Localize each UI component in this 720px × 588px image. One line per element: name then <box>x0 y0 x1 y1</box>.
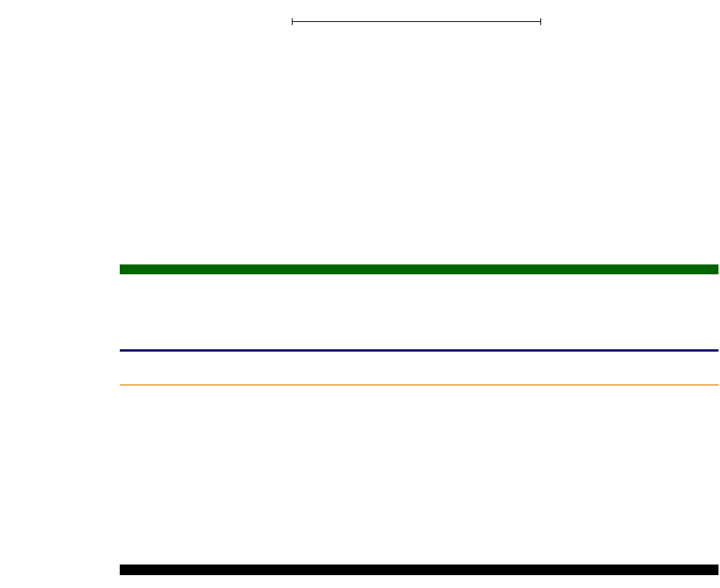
refseq-title <box>120 195 718 205</box>
window-position-label <box>0 1 115 11</box>
chrom-label <box>0 27 115 37</box>
genome-browser-view <box>0 0 720 588</box>
scale-bar-right-tick <box>540 18 541 25</box>
dbsnp-label[interactable] <box>0 289 115 299</box>
gtex-title <box>120 302 718 311</box>
scale-label <box>0 14 115 24</box>
repeatmasker-bar[interactable] <box>120 565 718 575</box>
strand-label <box>0 38 115 48</box>
repeatmasker-title <box>120 555 718 565</box>
refseq-curated-label[interactable] <box>0 205 115 215</box>
omim-genes-label[interactable] <box>0 264 115 274</box>
phylop-max-label <box>0 390 115 400</box>
sequences-label[interactable] <box>0 229 115 239</box>
scale-bar <box>292 21 541 22</box>
omim-gene-bar[interactable] <box>120 264 718 274</box>
omim-title <box>120 254 718 264</box>
gencode-title <box>120 50 718 60</box>
gaps-label[interactable] <box>0 452 115 461</box>
repeatmasker-label[interactable] <box>0 565 115 575</box>
h3k27ac-title <box>120 356 718 366</box>
scale-bar-left-tick <box>292 18 293 25</box>
snps-label[interactable] <box>0 241 115 251</box>
phylop-title <box>120 390 718 400</box>
h3k27ac-signal-line <box>120 384 718 386</box>
dbsnp-title <box>120 277 718 287</box>
gtex-gene-label[interactable] <box>0 328 115 338</box>
header-line <box>120 1 718 11</box>
gtex-gene-model-line <box>120 349 718 352</box>
phylop-min-label <box>0 428 115 438</box>
multiz-title <box>120 440 718 450</box>
publications-title <box>120 218 718 228</box>
